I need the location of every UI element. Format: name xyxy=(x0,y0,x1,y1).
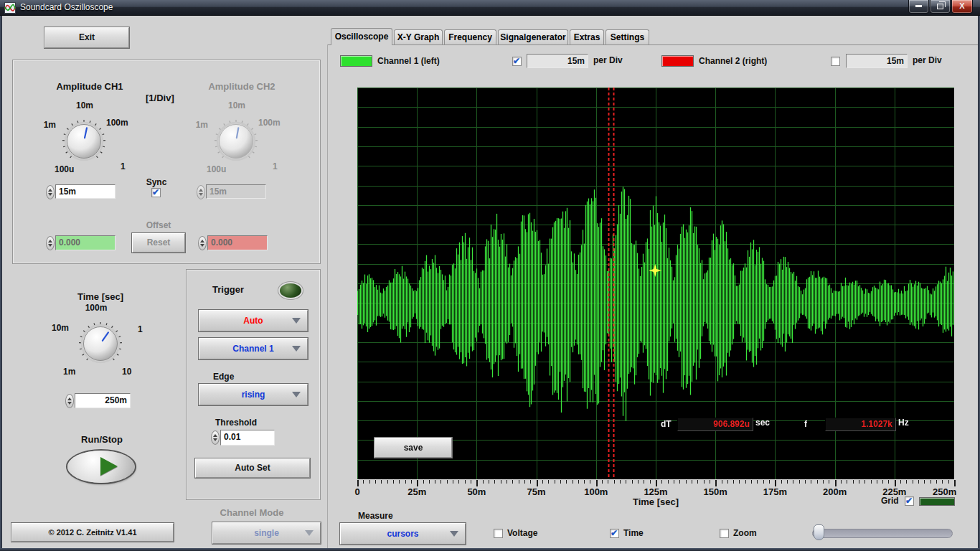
x-tick xyxy=(494,480,495,484)
channel1-per-div-value[interactable]: 15m xyxy=(527,54,588,68)
title-bar: Soundcard Oszilloscope X xyxy=(0,0,980,16)
sync-label: Sync xyxy=(141,177,172,187)
x-tick xyxy=(924,480,925,484)
x-tick xyxy=(757,480,758,484)
offset-ch2-spinner[interactable] xyxy=(198,236,207,250)
sync-checkbox[interactable] xyxy=(151,188,161,197)
x-tick xyxy=(435,480,435,484)
time-scale-1m: 1m xyxy=(63,367,75,377)
auto-set-button[interactable]: Auto Set xyxy=(195,458,310,478)
trigger-edge-dropdown[interactable]: rising xyxy=(199,384,308,405)
offset-ch1-value[interactable]: 0.000 xyxy=(55,235,116,250)
x-tick-label: 175m xyxy=(763,486,787,497)
channel2-legend-label: Channel 2 (right) xyxy=(699,56,767,66)
x-tick xyxy=(429,480,430,484)
threshold-spinner[interactable] xyxy=(211,430,220,445)
time-value[interactable]: 250m xyxy=(75,393,131,408)
x-tick xyxy=(417,480,418,486)
x-tick xyxy=(936,480,937,484)
x-tick xyxy=(566,480,567,484)
trigger-source-dropdown[interactable]: Channel 1 xyxy=(199,338,308,359)
measure-cursors-dropdown[interactable]: cursors xyxy=(340,523,466,545)
zoom-slider-track[interactable] xyxy=(812,529,953,538)
x-tick xyxy=(471,480,471,484)
trigger-title: Trigger xyxy=(212,284,244,295)
tab-oscilloscope[interactable]: Oscilloscope xyxy=(331,28,392,45)
tab-extras[interactable]: Extras xyxy=(570,29,604,44)
amplitude-ch1-value[interactable]: 15m xyxy=(55,184,116,199)
x-tick xyxy=(542,480,543,484)
voltage-label: Voltage xyxy=(507,528,537,538)
x-tick xyxy=(829,480,829,484)
run-stop-label: Run/Stop xyxy=(66,434,138,445)
restore-icon xyxy=(937,4,943,9)
x-tick xyxy=(739,480,740,484)
x-tick xyxy=(674,480,674,484)
grid-label: Grid xyxy=(881,496,899,506)
minimize-button[interactable] xyxy=(908,0,929,14)
reset-button: Reset xyxy=(132,233,185,253)
x-tick xyxy=(411,480,412,484)
x-tick xyxy=(847,480,847,484)
threshold-value[interactable]: 0.01 xyxy=(220,430,275,446)
amplitude-ch1-spinner[interactable] xyxy=(46,185,55,199)
trigger-mode-dropdown[interactable]: Auto xyxy=(199,310,308,331)
channel2-per-div-label: per Div xyxy=(913,55,942,65)
x-tick xyxy=(602,480,603,484)
save-button[interactable]: save xyxy=(374,438,452,458)
x-tick xyxy=(661,480,662,484)
amp-ch2-scale-10m: 10m xyxy=(222,100,251,110)
x-tick xyxy=(954,480,956,486)
time-knob[interactable] xyxy=(78,321,123,366)
close-button[interactable]: X xyxy=(951,0,973,14)
tab-signalgenerator[interactable]: Signalgenerator xyxy=(498,29,568,44)
zoom-slider-thumb[interactable] xyxy=(814,524,824,540)
tab-xy-graph[interactable]: X-Y Graph xyxy=(394,29,443,44)
x-tick xyxy=(489,480,489,484)
restore-button[interactable] xyxy=(930,0,951,14)
grid-checkbox[interactable] xyxy=(905,496,914,506)
channel2-per-div-value[interactable]: 15m xyxy=(846,54,908,68)
run-stop-button[interactable] xyxy=(67,451,135,483)
offset-ch2-value[interactable]: 0.000 xyxy=(207,235,268,250)
x-tick xyxy=(573,480,573,484)
tab-page-edge xyxy=(327,44,328,548)
amp-ch2-scale-1m: 1m xyxy=(187,120,208,130)
measure-label: Measure xyxy=(358,511,393,521)
amp-ch1-scale-100u: 100u xyxy=(55,164,74,174)
copyright-button[interactable]: © 2012 C. Zeitnitz V1.41 xyxy=(11,523,174,542)
offset-ch1-spinner[interactable] xyxy=(46,236,55,250)
tab-settings[interactable]: Settings xyxy=(606,29,649,44)
x-tick xyxy=(930,480,931,484)
zoom-checkbox[interactable] xyxy=(720,529,729,538)
x-tick xyxy=(722,480,722,484)
x-axis-labels: 025m50m75m100m125m150m175m200m225m250m xyxy=(357,486,956,496)
x-tick xyxy=(817,480,818,484)
voltage-checkbox[interactable] xyxy=(494,529,503,538)
x-tick xyxy=(656,480,657,486)
x-tick xyxy=(537,480,538,486)
tab-frequency[interactable]: Frequency xyxy=(444,29,496,44)
x-tick xyxy=(560,480,561,484)
app-icon xyxy=(4,2,16,14)
time-checkbox[interactable] xyxy=(610,529,619,538)
channel2-enable-checkbox[interactable] xyxy=(831,57,840,66)
x-tick xyxy=(614,480,615,484)
threshold-label: Threshold xyxy=(215,418,257,428)
chevron-down-icon xyxy=(292,318,301,324)
x-tick-label: 75m xyxy=(527,486,546,497)
x-tick xyxy=(519,480,519,484)
channel1-enable-checkbox[interactable] xyxy=(512,57,522,66)
spin-down-icon[interactable] xyxy=(48,193,52,196)
x-axis-title: Time [sec] xyxy=(620,496,692,507)
exit-button[interactable]: Exit xyxy=(44,27,129,48)
amplitude-ch1-knob[interactable] xyxy=(62,119,106,164)
channel-mode-label: Channel Mode xyxy=(212,507,291,518)
x-tick xyxy=(864,480,865,484)
x-tick xyxy=(524,480,525,484)
channel1-color-swatch xyxy=(340,55,372,67)
x-tick xyxy=(895,480,896,486)
time-spinner[interactable] xyxy=(65,394,74,408)
x-tick xyxy=(578,480,579,484)
spin-up-icon[interactable] xyxy=(48,189,52,192)
